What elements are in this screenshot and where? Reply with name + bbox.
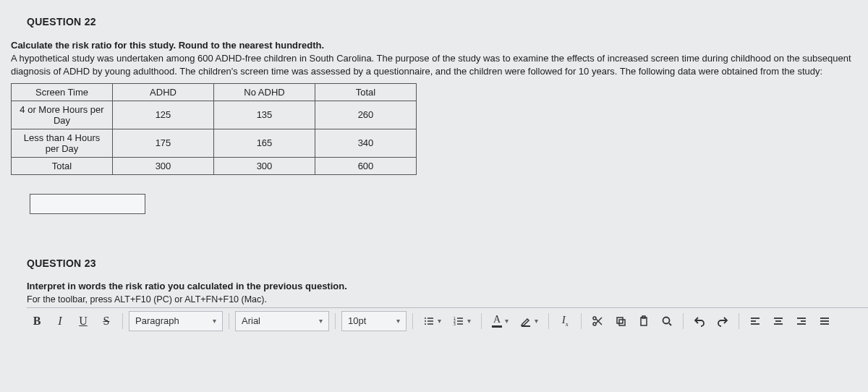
cell-row2-noadhd: 165 — [214, 129, 315, 157]
svg-text:3: 3 — [454, 322, 456, 326]
font-size-label: 10pt — [348, 315, 366, 326]
q22-prompt-bold: Calculate the risk ratio for this study.… — [11, 40, 324, 51]
cell-row2-adhd: 175 — [113, 129, 214, 157]
svg-line-22 — [669, 323, 671, 325]
text-color-button[interactable]: A ▾ — [488, 311, 513, 331]
chevron-down-icon: ▾ — [438, 317, 441, 325]
question-22-body: Calculate the risk ratio for this study.… — [11, 39, 857, 79]
bullet-list-button[interactable]: ▾ — [419, 311, 446, 331]
q22-answer-input[interactable] — [30, 194, 145, 214]
svg-point-21 — [663, 317, 670, 323]
cell-row1-adhd: 125 — [113, 101, 214, 129]
question-23-title: QUESTION 23 — [27, 257, 857, 269]
bold-button[interactable]: B — [27, 311, 47, 331]
cell-row3-noadhd: 300 — [214, 157, 315, 174]
redo-icon — [717, 315, 728, 327]
align-center-button[interactable] — [768, 311, 788, 331]
cell-row3-total: 600 — [315, 157, 417, 174]
toolbar-divider — [335, 313, 336, 329]
q22-data-table: Screen Time ADHD No ADHD Total 4 or More… — [11, 83, 417, 175]
cell-row1-total: 260 — [315, 101, 417, 129]
bullet-list-icon — [423, 315, 435, 327]
clear-formatting-button[interactable]: Ix — [555, 311, 575, 331]
rich-text-toolbar: B I U S Paragraph ▾ Arial ▾ 10pt ▾ — [27, 307, 868, 331]
toolbar-divider — [683, 313, 684, 329]
strikethrough-button[interactable]: S — [96, 311, 116, 331]
th-no-adhd: No ADHD — [214, 83, 315, 101]
align-left-icon — [749, 315, 761, 327]
font-family-label: Arial — [242, 315, 260, 326]
numbered-list-button[interactable]: 1 2 3 ▾ — [448, 311, 475, 331]
toolbar-divider — [739, 313, 739, 329]
table-row: Total 300 300 600 — [12, 157, 417, 174]
question-22: QUESTION 22 Calculate the risk ratio for… — [11, 16, 857, 214]
scissors-icon — [592, 315, 603, 327]
search-icon — [661, 315, 673, 327]
numbered-list-icon: 1 2 3 — [453, 315, 464, 327]
paste-icon — [638, 315, 650, 327]
table-row: Less than 4 Hours per Day 175 165 340 — [12, 129, 417, 157]
toolbar-divider — [229, 313, 229, 329]
toolbar-divider — [122, 313, 123, 329]
svg-point-4 — [425, 323, 426, 325]
underline-button[interactable]: U — [73, 311, 93, 331]
svg-point-13 — [593, 323, 596, 325]
align-justify-button[interactable] — [814, 311, 835, 331]
copy-button[interactable] — [610, 311, 631, 331]
highlight-color-button[interactable]: ▾ — [516, 311, 542, 331]
chevron-down-icon: ▾ — [396, 317, 400, 325]
redo-button[interactable] — [712, 311, 733, 331]
chevron-down-icon: ▾ — [467, 317, 471, 325]
block-format-label: Paragraph — [135, 315, 179, 326]
svg-rect-18 — [619, 320, 625, 325]
question-22-title: QUESTION 22 — [11, 16, 857, 27]
q23-prompt-bold: Interpret in words the risk ratio you ca… — [27, 281, 857, 291]
text-color-icon: A — [492, 314, 502, 328]
cell-row3-adhd: 300 — [113, 157, 214, 174]
align-right-button[interactable] — [791, 311, 812, 331]
toolbar-divider — [548, 313, 549, 329]
svg-rect-17 — [617, 318, 623, 323]
align-left-button[interactable] — [745, 311, 765, 331]
align-justify-icon — [819, 315, 830, 327]
chevron-down-icon: ▾ — [535, 317, 538, 325]
clear-formatting-icon: Ix — [562, 314, 569, 328]
block-format-select[interactable]: Paragraph ▾ — [129, 311, 223, 331]
svg-point-14 — [593, 317, 596, 320]
svg-point-0 — [425, 318, 426, 319]
chevron-down-icon: ▾ — [319, 317, 323, 325]
cut-button[interactable] — [587, 311, 608, 331]
toolbar-divider — [481, 313, 482, 329]
italic-button[interactable]: I — [50, 311, 70, 331]
th-adhd: ADHD — [113, 83, 214, 101]
th-total: Total — [315, 83, 417, 101]
align-center-icon — [773, 315, 784, 327]
toolbar-divider — [581, 313, 582, 329]
q22-prompt-body: A hypothetical study was undertaken amon… — [11, 53, 851, 77]
table-row: 4 or More Hours per Day 125 135 260 — [12, 101, 417, 129]
undo-icon — [694, 315, 705, 327]
cell-row1-label: 4 or More Hours per Day — [12, 101, 113, 129]
paste-button[interactable] — [634, 311, 654, 331]
copy-icon — [615, 315, 626, 327]
th-screen-time: Screen Time — [12, 83, 113, 101]
cell-row2-total: 340 — [315, 129, 417, 157]
find-replace-button[interactable] — [657, 311, 677, 331]
highlight-icon — [520, 315, 532, 327]
chevron-down-icon: ▾ — [213, 317, 216, 325]
undo-button[interactable] — [689, 311, 710, 331]
cell-row1-noadhd: 135 — [214, 101, 315, 129]
font-family-select[interactable]: Arial ▾ — [235, 311, 329, 331]
question-23: QUESTION 23 Interpret in words the risk … — [11, 257, 857, 331]
table-header-row: Screen Time ADHD No ADHD Total — [12, 83, 417, 101]
align-right-icon — [796, 315, 807, 327]
chevron-down-icon: ▾ — [505, 317, 509, 325]
svg-point-2 — [425, 320, 426, 322]
cell-row3-label: Total — [12, 157, 113, 174]
q23-toolbar-hint: For the toolbar, press ALT+F10 (PC) or A… — [27, 294, 857, 304]
toolbar-divider — [412, 313, 413, 329]
cell-row2-label: Less than 4 Hours per Day — [12, 129, 113, 157]
font-size-select[interactable]: 10pt ▾ — [341, 311, 407, 331]
